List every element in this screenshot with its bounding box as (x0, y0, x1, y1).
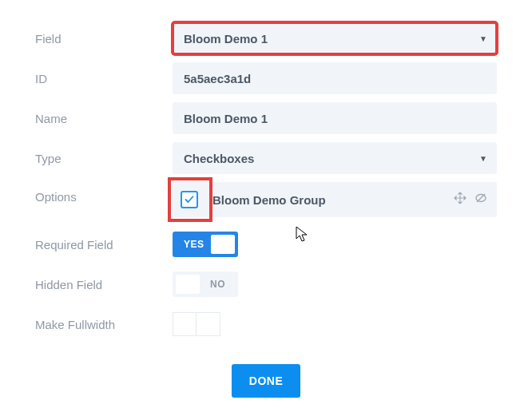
check-icon (185, 195, 194, 204)
hidden-toggle[interactable]: NO (173, 271, 238, 297)
label-id: ID (35, 72, 173, 85)
chevron-down-icon: ▼ (479, 154, 487, 163)
field-select[interactable]: Bloom Demo 1 ▼ (173, 22, 497, 54)
name-value: Bloom Demo 1 (184, 112, 268, 125)
label-fullwidth: Make Fullwidth (35, 318, 173, 331)
field-select-value: Bloom Demo 1 (184, 32, 268, 46)
label-required: Required Field (35, 238, 173, 252)
move-icon[interactable] (454, 192, 466, 208)
toggle-half (197, 312, 220, 336)
label-name: Name (35, 112, 173, 125)
toggle-knob (211, 235, 235, 254)
unlink-icon[interactable] (474, 192, 487, 208)
toggle-half (173, 312, 197, 336)
type-select-value: Checkboxes (184, 152, 254, 165)
id-input[interactable]: 5a5aec3a1d (173, 62, 497, 94)
fullwidth-toggle[interactable] (173, 312, 220, 336)
required-toggle[interactable]: YES (173, 232, 238, 257)
chevron-down-icon: ▼ (479, 34, 487, 43)
type-select[interactable]: Checkboxes ▼ (173, 142, 497, 174)
name-input[interactable]: Bloom Demo 1 (173, 102, 497, 134)
option-row: Bloom Demo Group (173, 182, 497, 217)
label-options: Options (35, 182, 173, 204)
toggle-yes-label: YES (184, 239, 204, 250)
label-hidden: Hidden Field (35, 278, 173, 291)
toggle-knob (176, 275, 200, 294)
done-button[interactable]: DONE (232, 364, 300, 398)
toggle-no-label: NO (210, 279, 225, 290)
id-value: 5a5aec3a1d (184, 72, 251, 85)
label-type: Type (35, 152, 173, 165)
option-checkbox[interactable] (181, 191, 198, 208)
label-field: Field (35, 32, 173, 46)
option-label: Bloom Demo Group (212, 193, 326, 207)
